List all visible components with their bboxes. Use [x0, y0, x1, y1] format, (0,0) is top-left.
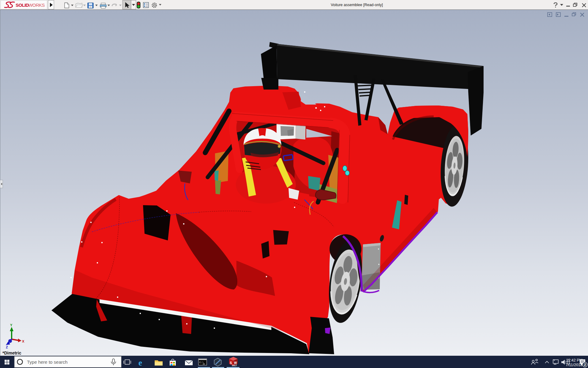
svg-text:WORKS: WORKS: [28, 2, 45, 8]
svg-text:Y: Y: [10, 323, 13, 327]
svg-text:2017: 2017: [232, 364, 237, 367]
svg-text:Voiture assemblee [Read-only]: Voiture assemblee [Read-only]: [331, 3, 383, 7]
svg-text:SOLID: SOLID: [16, 2, 29, 8]
svg-text:Z: Z: [6, 345, 8, 349]
svg-text:*Dimetric: *Dimetric: [2, 351, 21, 355]
svg-text:X: X: [22, 339, 24, 343]
svg-text:2: 2: [584, 363, 586, 366]
svg-text:C:\: C:\: [199, 361, 204, 364]
svg-text:e: e: [138, 358, 142, 367]
svg-text:Type here to search: Type here to search: [27, 359, 68, 365]
